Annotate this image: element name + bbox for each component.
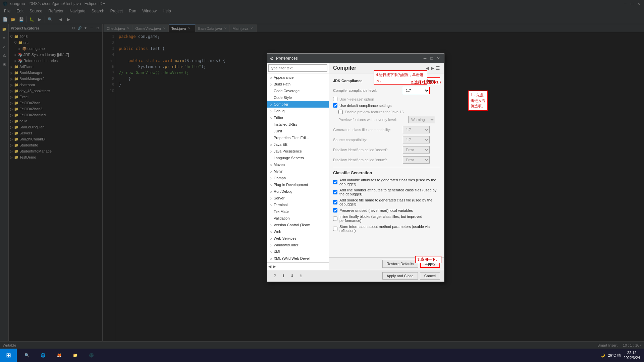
compliance-level-select[interactable]: 1.7 1.8 11 15 [403, 87, 430, 94]
disallow-assert-select[interactable]: Error Warning Ignore [403, 146, 430, 154]
compliance-level-row: Compiler compliance level: 1.7 1.8 11 15 [333, 87, 440, 94]
pref-item-maven[interactable]: ▷ Maven [267, 161, 329, 168]
clock-time: 22:12 [624, 350, 640, 355]
pref-item-editor[interactable]: ▷ Editor [267, 114, 329, 121]
source-compat-select[interactable]: 1.7 1.8 [403, 136, 430, 143]
compiler-content: JDK Compliance Configure Project Specifi… [329, 73, 444, 257]
use-default-checkbox[interactable] [333, 103, 337, 108]
section-separator [333, 167, 440, 167]
nav-back-button[interactable]: ◀ [426, 65, 429, 71]
tree-forward-button[interactable]: ▶ [273, 264, 276, 269]
cb4-label: Preserve unused (never read) local varia… [339, 208, 413, 213]
cb6-checkbox[interactable] [333, 227, 337, 231]
footer-action-buttons: Apply and Close Cancel [382, 272, 440, 280]
pref-item-debug[interactable]: ▷ Debug [267, 108, 329, 114]
help-icon-button[interactable]: ? [271, 272, 278, 280]
taskbar-eclipse[interactable]: 🌑 [84, 349, 99, 362]
preview-severity-label: Preview features with severity level: [338, 118, 406, 122]
pref-item-xml[interactable]: ▷ XML [267, 248, 329, 255]
cb5-checkbox[interactable] [333, 217, 337, 221]
disallow-enum-label: Disallow identifiers called 'enum': [333, 158, 400, 162]
pref-item-windowbuilder[interactable]: ▷ WindowBuilder [267, 242, 329, 248]
cb5-row: Inline finally blocks (larger class file… [333, 215, 440, 223]
pref-item-web[interactable]: ▷ Web [267, 228, 329, 235]
pref-item-installed-jres[interactable]: ▷ Installed JREs [267, 121, 329, 128]
preferences-dialog: ⚙ Preferences ─ □ ✕ ▷ Appearance [267, 53, 444, 282]
taskbar-search[interactable]: 🔍 [19, 349, 34, 362]
use-release-label: Use '--release' option [339, 97, 374, 101]
cb2-row: Add line number attributes to generated … [333, 188, 440, 196]
preview-severity-select[interactable]: Warning Error Info [408, 116, 435, 123]
cb2-checkbox[interactable] [333, 190, 337, 194]
filter-input[interactable] [268, 64, 327, 72]
prefs-icon: ⚙ [270, 56, 274, 61]
pref-item-version-control[interactable]: ▷ Version Control (Team [267, 222, 329, 228]
pref-item-textmate[interactable]: ▷ TextMate [267, 208, 329, 215]
apply-button[interactable]: Apply [420, 260, 440, 268]
cb6-row: Store information about method parameter… [333, 225, 440, 233]
use-release-checkbox[interactable] [333, 97, 337, 101]
pref-item-terminal[interactable]: ▷ Terminal [267, 201, 329, 208]
nav-menu-button[interactable]: ☰ [436, 65, 440, 71]
cb6-label: Store information about method parameter… [339, 225, 440, 233]
info-button[interactable]: ℹ [297, 272, 305, 280]
configure-project-settings-button[interactable]: Configure Project Specific Settings... [374, 77, 440, 84]
enable-preview-checkbox[interactable] [338, 110, 343, 114]
pref-item-props-files[interactable]: ▷ Properties Files Edi... [267, 134, 329, 141]
disallow-enum-select[interactable]: Error Warning Ignore [403, 156, 430, 164]
dialog-maximize-button[interactable]: □ [429, 55, 435, 61]
disallow-assert-label: Disallow identifiers called 'assert': [333, 148, 400, 152]
taskbar-firefox[interactable]: 🦊 [52, 349, 66, 362]
import-button[interactable]: ⬇ [288, 272, 296, 280]
start-button[interactable]: ⊞ [0, 349, 17, 362]
pref-item-oomph[interactable]: ▷ Oomph [267, 175, 329, 181]
pref-item-appearance[interactable]: ▷ Appearance [267, 74, 329, 81]
jdk-compliance-label: JDK Compliance [333, 79, 362, 83]
weather-icon: 🌙 [600, 353, 605, 358]
source-compat-label: Source compatibility: [333, 138, 400, 142]
pref-item-buildpath[interactable]: ▷ Build Path [267, 81, 329, 87]
pref-item-code-coverage[interactable]: ▷ Code Coverage [267, 87, 329, 94]
preferences-left-panel: ▷ Appearance ▷ Build Path ▷ Code Coverag… [267, 63, 329, 270]
taskbar-edge[interactable]: 🌐 [36, 349, 50, 362]
taskbar-tray: 🌙 26°C 晴 22:12 2022/6/24 [596, 350, 644, 361]
pref-item-run-debug[interactable]: ▷ Run/Debug [267, 188, 329, 195]
pref-item-java-ee[interactable]: ▷ Java EE [267, 141, 329, 148]
jdk-compliance-row: JDK Compliance Configure Project Specifi… [333, 77, 440, 84]
pref-item-java-persistence[interactable]: ▷ Java Persistence [267, 148, 329, 155]
pref-item-compiler[interactable]: ▷ Compiler [267, 101, 329, 108]
pref-item-validation[interactable]: ▷ Validation [267, 215, 329, 222]
dialog-body: ▷ Appearance ▷ Build Path ▷ Code Coverag… [267, 63, 444, 270]
pref-item-xml-wild[interactable]: ▷ XML (Wild Web Devel... [267, 255, 329, 262]
cb1-checkbox[interactable] [333, 180, 337, 184]
pref-item-language-servers[interactable]: ▷ Language Servers [267, 155, 329, 161]
export-button[interactable]: ⬆ [280, 272, 287, 280]
cb4-row: Preserve unused (never read) local varia… [333, 208, 440, 213]
taskbar-folder[interactable]: 📁 [68, 349, 83, 362]
use-default-row: Use default compliance settings [333, 103, 440, 108]
dialog-footer: ? ⬆ ⬇ ℹ Apply and Close Cancel [267, 270, 444, 282]
pref-item-code-style[interactable]: ▷ Code Style [267, 94, 329, 101]
restore-defaults-button[interactable]: Restore Defaults [382, 260, 419, 268]
apply-row: Restore Defaults Apply [329, 257, 444, 270]
filter-box [267, 63, 329, 73]
cb4-checkbox[interactable] [333, 208, 337, 213]
nav-forward-button[interactable]: ▶ [431, 65, 434, 71]
pref-item-web-services[interactable]: ▷ Web Services [267, 235, 329, 242]
taskbar-apps: 🔍 🌐 🦊 📁 🌑 [17, 349, 596, 362]
pref-item-plugin-dev[interactable]: ▷ Plug-in Development [267, 181, 329, 188]
compiler-settings-panel: Compiler ◀ ▶ ☰ JDK Compliance Configure … [329, 63, 444, 270]
tree-nav-buttons: ◀ ▶ [267, 262, 329, 270]
cancel-button[interactable]: Cancel [420, 272, 440, 280]
preview-severity-row: Preview features with severity level: Wa… [338, 116, 440, 123]
pref-item-mylyn[interactable]: ▷ Mylyn [267, 168, 329, 175]
dialog-close-button[interactable]: ✕ [435, 55, 441, 61]
apply-and-close-button[interactable]: Apply and Close [382, 272, 418, 280]
tree-back-button[interactable]: ◀ [268, 264, 271, 269]
generated-compat-select[interactable]: 1.7 1.8 [403, 126, 430, 133]
cb3-checkbox[interactable] [333, 200, 337, 204]
dialog-minimize-button[interactable]: ─ [422, 55, 428, 61]
pref-item-server[interactable]: ▷ Server [267, 195, 329, 201]
cb3-label: Add source file name to generated class … [339, 198, 440, 206]
pref-item-junit[interactable]: ▷ JUnit [267, 128, 329, 134]
